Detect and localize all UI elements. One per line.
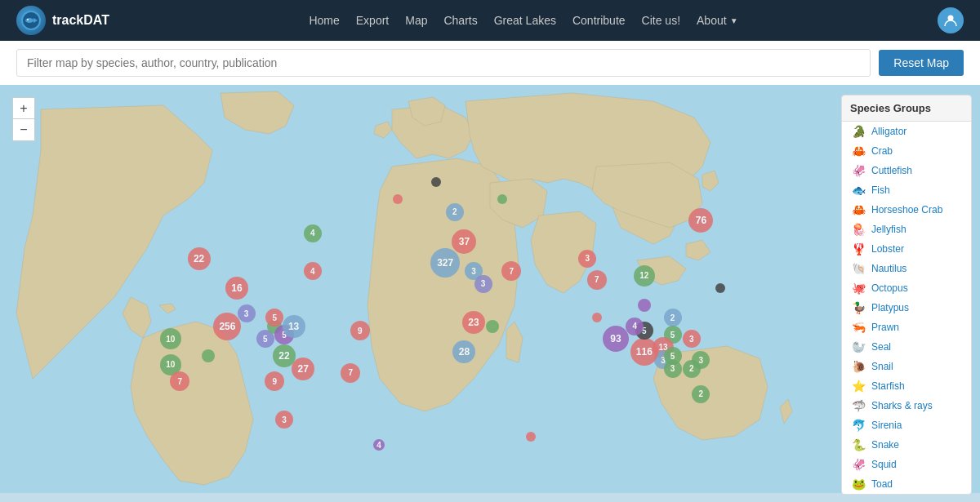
nav-great-lakes[interactable]: Great Lakes	[494, 14, 556, 27]
species-name: Prawn	[871, 322, 899, 333]
map-marker[interactable]	[393, 194, 403, 204]
zoom-in-button[interactable]: +	[13, 98, 34, 119]
reset-map-button[interactable]: Reset Map	[879, 50, 964, 76]
map-marker[interactable]: 5	[265, 309, 283, 327]
map-marker[interactable]: 7	[587, 270, 607, 290]
map-marker[interactable]	[202, 349, 215, 362]
map-marker[interactable]: 7	[341, 363, 360, 383]
species-item[interactable]: 🐙 Octopus	[842, 278, 971, 298]
svg-point-1	[25, 18, 33, 23]
map-marker[interactable]: 7	[501, 261, 521, 281]
map-marker[interactable]: 37	[452, 229, 476, 254]
map-marker[interactable]	[526, 432, 536, 442]
species-icon: 🦀	[850, 144, 866, 158]
species-icon: 🐍	[850, 438, 866, 451]
map-marker[interactable]: 2	[692, 385, 710, 403]
species-item[interactable]: 🦑 Squid	[842, 455, 971, 474]
zoom-controls: + −	[12, 97, 35, 141]
map-marker[interactable]	[486, 320, 499, 333]
map-marker[interactable]: 4	[373, 439, 385, 451]
map-marker[interactable]: 4	[304, 224, 322, 242]
map-marker[interactable]: 10	[160, 328, 181, 349]
species-item[interactable]: 🦆 Platypus	[842, 298, 971, 318]
map-marker[interactable]	[431, 177, 441, 187]
map-marker[interactable]: 27	[292, 358, 314, 380]
nav-charts[interactable]: Charts	[443, 14, 477, 27]
nav-cite-us[interactable]: Cite us!	[642, 14, 680, 27]
map-marker[interactable]: 3	[692, 351, 710, 369]
species-item[interactable]: 🐚 Nautilus	[842, 259, 971, 278]
species-panel-title: Species Groups	[842, 96, 971, 122]
species-icon: 🦆	[850, 301, 866, 314]
map-marker[interactable]: 22	[188, 247, 211, 270]
species-icon: 🐙	[850, 282, 866, 295]
map-marker[interactable]: 76	[688, 208, 713, 233]
species-name: Cuttlefish	[871, 165, 912, 176]
species-item[interactable]: 🦭 Seal	[842, 337, 971, 357]
species-icon: 🪼	[850, 223, 866, 236]
map-marker[interactable]	[715, 283, 725, 293]
map-marker[interactable]: 5	[664, 347, 682, 365]
map-marker[interactable]: 4	[304, 262, 322, 280]
user-avatar[interactable]	[938, 7, 964, 33]
species-name: Alligator	[871, 126, 906, 137]
map-marker[interactable]: 7	[170, 371, 189, 391]
species-list: 🐊 Alligator 🦀 Crab 🦑 Cuttlefish 🐟 Fish 🦀…	[842, 122, 971, 495]
zoom-out-button[interactable]: −	[13, 119, 34, 140]
nav-map[interactable]: Map	[405, 14, 427, 27]
map-marker[interactable]: 4	[626, 318, 644, 335]
species-icon: 🐌	[850, 360, 866, 373]
species-item[interactable]: 🐟 Fish	[842, 180, 971, 200]
map-background[interactable]: + − 224416256355135101072227973932737332…	[0, 85, 980, 502]
species-item[interactable]: 🦞 Lobster	[842, 239, 971, 259]
map-marker[interactable]: 2	[446, 203, 464, 221]
species-item[interactable]: ⭐ Starfish	[842, 376, 971, 396]
species-item[interactable]: 🐸 Toad	[842, 474, 971, 494]
map-marker[interactable]: 3	[275, 411, 293, 429]
species-item[interactable]: 🐬 Sirenia	[842, 415, 971, 435]
map-marker[interactable]: 116	[630, 338, 658, 366]
map-marker[interactable]: 16	[225, 277, 248, 300]
species-item[interactable]: 🦑 Cuttlefish	[842, 161, 971, 180]
species-name: Fish	[871, 184, 890, 196]
species-item[interactable]: 🦈 Sharks & rays	[842, 396, 971, 415]
map-marker[interactable]	[592, 313, 602, 322]
species-icon: 🐬	[850, 419, 866, 432]
map-marker[interactable]: 13	[283, 315, 305, 338]
map-marker[interactable]: 12	[634, 265, 655, 287]
map-marker[interactable]: 3	[238, 304, 256, 322]
nav-about-dropdown[interactable]: About ▼	[697, 14, 738, 27]
species-item[interactable]: 🦀 Horseshoe Crab	[842, 200, 971, 220]
map-marker[interactable]: 9	[350, 321, 370, 340]
species-item[interactable]: 🐊 Alligator	[842, 122, 971, 141]
species-item[interactable]: 🐌 Snail	[842, 357, 971, 376]
species-item[interactable]: 🐍 Snake	[842, 435, 971, 455]
search-input[interactable]	[16, 49, 871, 77]
map-marker[interactable]: 28	[452, 340, 475, 363]
species-name: Platypus	[871, 302, 909, 313]
map-marker[interactable]: 2	[664, 309, 682, 327]
species-name: Nautilus	[871, 263, 906, 274]
species-item[interactable]: 🦀 Crab	[842, 141, 971, 161]
nav-home[interactable]: Home	[309, 14, 339, 27]
species-item[interactable]: 🦐 Prawn	[842, 318, 971, 337]
map-marker[interactable]: 3	[578, 250, 596, 268]
map-marker[interactable]: 23	[462, 311, 485, 334]
nav-contribute[interactable]: Contribute	[572, 14, 626, 27]
species-item[interactable]: 🪼 Jellyfish	[842, 220, 971, 239]
species-name: Sirenia	[871, 420, 902, 431]
logo[interactable]: trackDAT	[16, 6, 109, 35]
chevron-down-icon: ▼	[730, 16, 738, 25]
map-marker[interactable]: 93	[603, 326, 629, 352]
species-item[interactable]: 🐢 Turtle	[842, 494, 971, 495]
svg-rect-6	[0, 493, 980, 502]
map-marker[interactable]: 327	[430, 248, 460, 278]
nav-export[interactable]: Export	[356, 14, 389, 27]
map-marker[interactable]: 3	[683, 330, 701, 348]
map-marker[interactable]	[638, 299, 651, 312]
map-marker[interactable]: 9	[265, 371, 284, 391]
species-name: Lobster	[871, 243, 904, 255]
species-icon: ⭐	[850, 380, 866, 393]
map-marker[interactable]: 3	[474, 275, 492, 293]
map-marker[interactable]	[497, 194, 507, 204]
